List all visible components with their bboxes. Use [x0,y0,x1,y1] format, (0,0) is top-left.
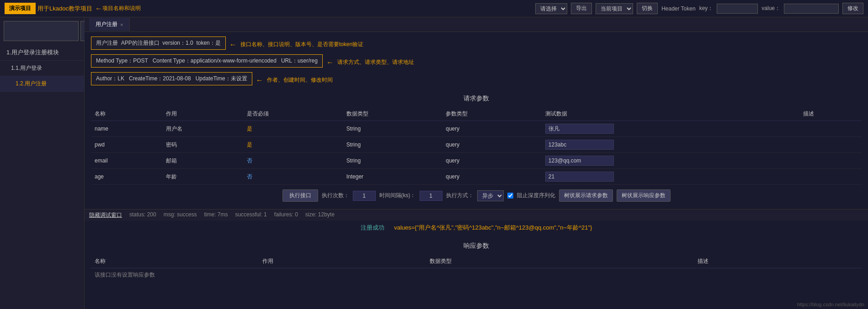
response-empty-msg: 该接口没有设置响应参数 [91,268,862,282]
param-testdata[interactable] [542,137,799,153]
export-button[interactable]: 导出 [571,3,592,14]
param-paramtype: query [442,153,542,169]
param-testdata[interactable] [542,153,799,169]
api-name: 用户注册 [96,40,118,46]
api-detail: 用户注册 APP的注册接口 version：1.0 token：是 ← 接口名称… [85,32,868,209]
api-version: version：1.0 [162,40,193,46]
create-time: CreateTime：2021-08-08 [129,75,191,82]
arrow-icon-box3: ← [256,76,263,84]
resp-col-desc: 描述 [694,255,862,268]
top-bar: 演示项目 用于Lkadoc教学项目 ← 项目名称和说明 请选择 导出 当前项目 … [0,0,868,17]
param-role: 年龄 [162,169,243,185]
tab-register[interactable]: 用户注册 × [89,18,130,31]
debug-panel: 隐藏调试窗口 status: 200 msg: success time: 7m… [85,209,868,221]
param-name: name [91,121,162,137]
request-params-table: 名称 作用 是否必须 数据类型 参数类型 测试数据 描述 name 用户名 是 … [91,107,862,185]
count-label: 执行次数： [322,192,349,199]
value-input[interactable] [784,4,839,14]
param-desc [799,153,862,169]
arrow-icon-box1: ← [229,41,237,49]
col-testdata: 测试数据 [542,107,799,121]
api-info-box2: Method Type：POST Content Type：applicatio… [91,54,323,68]
param-required: 是 [243,121,343,137]
param-name: email [91,153,162,169]
param-paramtype: query [442,137,542,153]
tab-bar: 用户注册 × [85,17,868,32]
arrow-icon: ← [95,5,102,13]
param-paramtype: query [442,169,542,185]
test-input-name[interactable] [545,124,614,134]
tree-request-button[interactable]: 树状展示请求参数 [559,189,613,202]
sidebar-item-module[interactable]: 1.用户登录注册模块 [0,45,84,61]
param-required: 是 [243,137,343,153]
response-params-title: 响应参数 [91,238,862,254]
sidebar-item-login[interactable]: 1.1.用户登录 [0,61,84,76]
table-row: email 邮箱 否 String query [91,153,862,169]
watermark: https://blog.csdn.net/liukaitydn [797,302,864,307]
time-input[interactable] [420,191,442,201]
param-datatype: String [343,137,442,153]
sidebar-item-register[interactable]: 1.2.用户注册 [0,76,84,92]
request-params-title: 请求参数 [91,91,862,106]
annotation-project: 项目名称和说明 [102,5,141,12]
top-bar-right: 请选择 导出 当前项目 切换 Header Token key： value： … [535,3,863,14]
param-desc [799,121,862,137]
response-empty-row: 该接口没有设置响应参数 [91,268,862,282]
count-input[interactable] [353,191,376,201]
annotation-box3: 作者、创建时间、修改时间 [267,76,333,84]
result-bar: 注册成功 values={"用户名^张凡","密码^123abc","n~邮箱^… [85,221,868,235]
debug-failures: failures: 0 [274,211,298,219]
param-datatype: String [343,153,442,169]
search-area: 搜索 [0,17,84,45]
param-role: 邮箱 [162,153,243,169]
project-desc: 用于Lkadoc教学项目 [37,5,92,13]
switch-button[interactable]: 切换 [637,3,658,14]
sidebar: 搜索 1.用户登录注册模块 1.1.用户登录 1.2.用户注册 [0,17,85,309]
project-select[interactable]: 请选择 [535,3,567,14]
execute-button[interactable]: 执行接口 [282,189,318,202]
table-row: pwd 密码 是 String query [91,137,862,153]
resp-col-datatype: 数据类型 [426,255,694,268]
tree-response-button[interactable]: 树状展示响应参数 [617,189,671,202]
time-label: 时间间隔(ks)： [379,192,416,199]
debug-time: time: 7ms [204,211,228,219]
param-datatype: String [343,121,442,137]
api-token: token：是 [196,40,220,46]
col-desc: 描述 [799,107,862,121]
update-time: UpdateTime：未设置 [196,75,247,82]
debug-window-label[interactable]: 隐藏调试窗口 [89,211,122,219]
param-required: 否 [243,153,343,169]
resp-col-name: 名称 [91,255,259,268]
result-values: values={"用户名^张凡","密码^123abc","n~邮箱^123@q… [394,224,592,231]
deep-serialize-checkbox[interactable] [507,193,513,199]
project-button[interactable]: 演示项目 [5,3,36,14]
arrow-icon-box2: ← [326,58,334,67]
debug-size: size: 12byte [305,211,335,219]
execute-bar: 执行接口 执行次数： 时间间隔(ks)： 执行方式： 异步 同步 阻止深度序列化… [91,187,862,204]
param-role: 密码 [162,137,243,153]
checkbox-label: 阻止深度序列化 [517,192,555,199]
col-role: 作用 [162,107,243,121]
param-testdata[interactable] [542,169,799,185]
mode-select[interactable]: 异步 同步 [477,190,504,201]
param-datatype: Integer [343,169,442,185]
modify-button[interactable]: 修改 [842,3,863,14]
param-desc [799,137,862,153]
response-section: 响应参数 名称 作用 数据类型 描述 该接口没有设置响应参数 [85,235,868,286]
tab-close-icon[interactable]: × [120,22,123,27]
test-input-pwd[interactable] [545,140,614,150]
key-input[interactable] [717,4,758,14]
col-paramtype: 参数类型 [442,107,542,121]
test-input-age[interactable] [545,172,614,182]
url-label: URL：user/reg [281,58,318,64]
test-input-email[interactable] [545,156,614,166]
param-required: 否 [243,169,343,185]
mode-label: 执行方式： [446,192,474,199]
search-input[interactable] [4,21,79,41]
current-project-select[interactable]: 当前项目 [596,3,633,14]
debug-status: status: 200 [129,211,156,219]
content-type: Content Type：application/x-www-form-urle… [153,58,277,64]
table-row: age 年龄 否 Integer query [91,169,862,185]
annotation-box1: 接口名称、接口说明、版本号、是否需要token验证 [240,41,363,48]
param-testdata[interactable] [542,121,799,137]
